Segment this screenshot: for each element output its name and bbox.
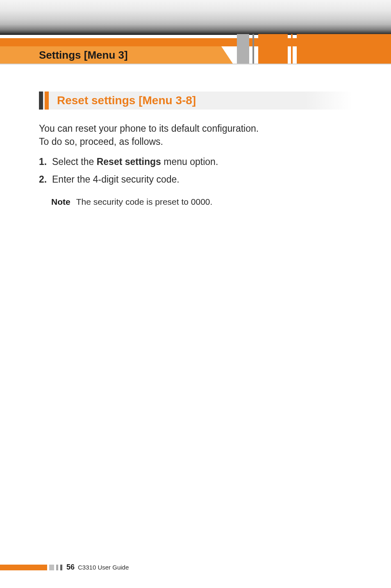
step-text-suffix: menu option.: [161, 156, 218, 167]
page-number: 56: [66, 563, 75, 572]
list-item: 2. Enter the 4-digit security code.: [39, 172, 352, 187]
header-decoration: [237, 34, 391, 64]
decoration-stripe: [291, 34, 293, 64]
top-gradient-band: [0, 0, 391, 35]
section-heading: Reset settings [Menu 3-8]: [39, 92, 352, 110]
intro-line: You can reset your phone to its default …: [39, 123, 259, 134]
note-label: Note: [51, 197, 70, 207]
content-area: Reset settings [Menu 3-8] You can reset …: [0, 69, 391, 207]
heading-marker-bar: [45, 92, 49, 110]
heading-marker-bar: [39, 92, 43, 110]
step-number: 1.: [39, 155, 52, 169]
decoration-stripe: [252, 34, 254, 64]
decoration-stripe: [258, 34, 288, 64]
footer-marker-icon: [60, 565, 62, 570]
step-text-bold: Reset settings: [97, 156, 161, 167]
decoration-stripe: [237, 34, 249, 64]
breadcrumb-text: Settings [Menu 3]: [39, 49, 128, 62]
footer-marker-icon: [0, 565, 47, 570]
decoration-stripe: [297, 34, 391, 64]
note-text: The security code is preset to 0000.: [76, 197, 213, 207]
header-section: Settings [Menu 3]: [0, 46, 391, 69]
step-text: Select the Reset settings menu option.: [52, 155, 218, 169]
heading-marker-icon: [39, 92, 49, 110]
step-number: 2.: [39, 172, 52, 187]
footer: 56 C3310 User Guide: [0, 563, 129, 572]
section-heading-text: Reset settings [Menu 3-8]: [57, 92, 196, 110]
note-row: Note The security code is preset to 0000…: [39, 197, 352, 207]
list-item: 1. Select the Reset settings menu option…: [39, 155, 352, 169]
header-underline: [0, 64, 391, 64]
step-text-prefix: Enter the 4-digit security code.: [52, 174, 180, 185]
intro-line: To do so, proceed, as follows.: [39, 136, 163, 147]
step-text-prefix: Select the: [52, 156, 97, 167]
guide-label: C3310 User Guide: [78, 564, 129, 571]
steps-list: 1. Select the Reset settings menu option…: [39, 155, 352, 186]
footer-marker-icon: [49, 565, 54, 570]
breadcrumb-tab: Settings [Menu 3]: [0, 46, 221, 64]
intro-paragraph: You can reset your phone to its default …: [39, 122, 352, 148]
step-text: Enter the 4-digit security code.: [52, 172, 180, 187]
